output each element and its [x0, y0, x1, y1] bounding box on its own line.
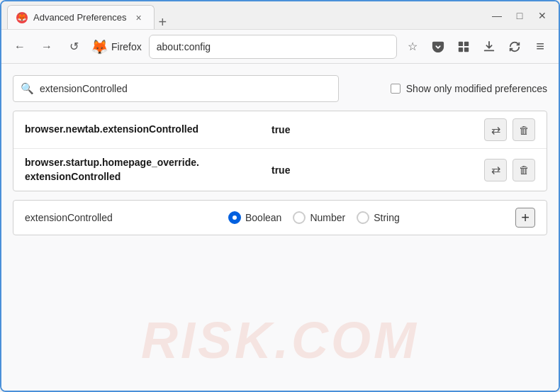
downloads-button[interactable]: [478, 35, 500, 58]
svg-rect-0: [459, 41, 463, 45]
toggle-button[interactable]: ⇄: [484, 118, 507, 141]
show-modified-label: Show only modified preferences: [406, 83, 547, 94]
search-row: 🔍 Show only modified preferences: [13, 75, 547, 102]
type-radio-group: Boolean Number String: [124, 211, 504, 224]
radio-boolean-label: Boolean: [245, 212, 281, 223]
forward-button[interactable]: →: [35, 35, 58, 58]
tab-close-button[interactable]: ×: [133, 11, 145, 24]
arrows-icon: ⇄: [491, 163, 500, 177]
radio-number-circle: [293, 211, 306, 224]
radio-string-label: String: [374, 212, 400, 223]
maximize-button[interactable]: □: [509, 6, 530, 25]
new-tab-button[interactable]: +: [155, 15, 172, 29]
arrows-icon: ⇄: [491, 123, 500, 137]
radio-boolean[interactable]: Boolean: [228, 211, 281, 224]
radio-number-label: Number: [310, 212, 345, 223]
svg-rect-2: [459, 47, 463, 51]
delete-button[interactable]: 🗑: [513, 159, 535, 181]
add-button[interactable]: +: [515, 208, 535, 228]
radio-number[interactable]: Number: [293, 211, 345, 224]
active-tab[interactable]: Advanced Preferences ×: [7, 5, 155, 29]
pocket-button[interactable]: [427, 35, 449, 58]
pref-value: true: [271, 164, 478, 176]
pref-name: browser.startup.homepage_override. exten…: [25, 156, 266, 184]
delete-button[interactable]: 🗑: [513, 118, 535, 141]
watermark: RISK.COM: [141, 311, 419, 369]
show-modified-checkbox[interactable]: [391, 84, 401, 94]
address-bar[interactable]: about:config: [149, 35, 397, 59]
firefox-brand: 🦊 Firefox: [91, 38, 143, 55]
navigation-bar: ← → ↺ 🦊 Firefox about:config ☆ ≡: [1, 30, 559, 64]
toggle-button[interactable]: ⇄: [484, 159, 507, 181]
firefox-label: Firefox: [111, 41, 142, 52]
firefox-logo-icon: 🦊: [91, 38, 108, 55]
pref-actions: ⇄ 🗑: [484, 159, 535, 181]
pref-name-line2: extensionControlled: [25, 171, 121, 182]
bookmark-button[interactable]: ☆: [401, 35, 424, 58]
table-row: browser.newtab.extensionControlled true …: [13, 111, 547, 149]
pref-actions: ⇄ 🗑: [484, 118, 535, 141]
trash-icon: 🗑: [519, 124, 530, 136]
search-icon: 🔍: [21, 82, 34, 95]
svg-rect-3: [464, 47, 469, 51]
new-pref-name: extensionControlled: [25, 212, 113, 223]
menu-button[interactable]: ≡: [529, 35, 551, 58]
back-button[interactable]: ←: [9, 35, 31, 58]
radio-boolean-circle: [228, 211, 241, 224]
main-content: RISK.COM 🔍 Show only modified preference…: [1, 64, 559, 391]
search-box[interactable]: 🔍: [13, 75, 339, 102]
add-preference-row: extensionControlled Boolean Number Strin…: [13, 200, 547, 235]
nav-right-icons: ☆ ≡: [401, 35, 551, 58]
minimize-button[interactable]: —: [486, 6, 508, 25]
radio-string-circle: [357, 211, 369, 224]
results-table: browser.newtab.extensionControlled true …: [13, 111, 547, 191]
title-bar: Advanced Preferences × + — □ ✕: [1, 1, 559, 30]
tab-favicon: [16, 12, 28, 23]
pref-value: true: [271, 124, 478, 135]
trash-icon: 🗑: [519, 164, 530, 176]
checkbox-row: Show only modified preferences: [347, 83, 547, 94]
extensions-button[interactable]: [452, 35, 475, 58]
tab-title: Advanced Preferences: [33, 12, 127, 23]
browser-window: Advanced Preferences × + — □ ✕ ← → ↺ 🦊 F…: [0, 0, 560, 392]
refresh-button[interactable]: ↺: [62, 35, 85, 58]
table-row: browser.startup.homepage_override. exten…: [13, 149, 547, 191]
pref-name: browser.newtab.extensionControlled: [25, 123, 266, 137]
close-button[interactable]: ✕: [532, 6, 553, 25]
search-input[interactable]: [40, 83, 331, 94]
window-controls: — □ ✕: [486, 6, 553, 25]
svg-rect-1: [464, 41, 469, 45]
pref-name-line1: browser.startup.homepage_override.: [25, 157, 199, 168]
radio-string[interactable]: String: [357, 211, 400, 224]
address-text: about:config: [157, 41, 211, 52]
sync-button[interactable]: [503, 35, 526, 58]
tab-area: Advanced Preferences × +: [7, 1, 481, 29]
